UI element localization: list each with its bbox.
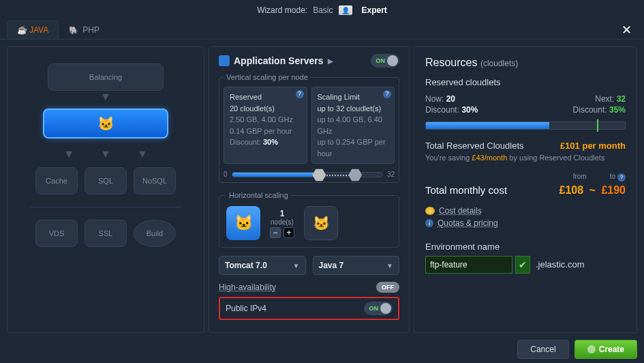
slider-max: 32 (387, 171, 395, 178)
environment-domain: .jelastic.com (536, 259, 585, 270)
slider-handle-reserved[interactable] (312, 169, 326, 182)
chevron-right-icon: ▶ (328, 57, 333, 65)
reserved-discount-label: Discount: (230, 138, 261, 146)
arrow-down-icon: ▼ (100, 148, 111, 160)
public-ipv4-row: Public IPv4 ON (219, 297, 399, 320)
reserved-cloudlets-bar (425, 121, 626, 130)
slot-nosql[interactable]: NoSQL (134, 167, 176, 194)
slider-min: 0 (224, 171, 228, 178)
tomcat-icon: 🐱 (234, 214, 253, 232)
cancel-button[interactable]: Cancel (517, 340, 568, 359)
quotas-pricing-link[interactable]: Quotas & pricing (438, 218, 498, 228)
discount-now-label: Discount: (425, 105, 459, 115)
wizard-mode-label: Wizard mode: (257, 5, 307, 15)
reserved-title: Reserved (230, 91, 301, 103)
arrow-down-icon: ▼ (137, 148, 148, 160)
now-value: 20 (446, 94, 455, 104)
help-icon[interactable]: ? (617, 173, 626, 182)
bar-mark-next (597, 119, 598, 132)
close-icon[interactable]: ✕ (616, 21, 637, 39)
public-ipv4-toggle[interactable]: ON (364, 302, 393, 315)
slider-fill (232, 173, 320, 177)
mode-expert[interactable]: Expert (362, 5, 387, 15)
node-icon-active: 🐱 (226, 206, 260, 240)
slider-handle-limit[interactable] (348, 169, 362, 182)
java-icon (17, 25, 25, 35)
create-button-label: Create (599, 345, 624, 354)
horizontal-scaling-legend: Horizontal scaling (226, 191, 291, 199)
discount-next-value: 35% (609, 105, 626, 115)
limit-cost: up to 0.254 GBP per hour (318, 136, 389, 159)
bar-fill-now (426, 122, 549, 129)
divider (31, 207, 181, 207)
node-decrement-button[interactable]: − (270, 227, 281, 238)
reserved-cloudlets-heading: Reserved cloudlets (425, 77, 626, 87)
total-reserved-label: Total Reserved Cloudlets (425, 141, 524, 151)
next-value: 32 (617, 94, 626, 104)
next-label: Next: (595, 94, 614, 104)
limit-spec: up to 4.00 GB, 6.40 GHz (318, 114, 389, 136)
slot-ssl-label: SSL (99, 229, 113, 237)
add-node-button[interactable]: 🐱 (304, 206, 338, 240)
tab-java[interactable]: JAVA (7, 20, 59, 39)
total-from-value: £108 (559, 184, 584, 196)
help-icon[interactable]: ? (383, 90, 391, 98)
environment-name-label: Environment name (425, 242, 626, 252)
tab-java-label: JAVA (29, 25, 48, 35)
toggle-on-label: ON (376, 57, 386, 64)
resources-subtitle: (cloudlets) (480, 59, 518, 68)
slot-vds[interactable]: VDS (35, 220, 78, 247)
range-tilde: ~ (589, 184, 596, 196)
create-button[interactable]: Create (574, 340, 637, 359)
ha-toggle[interactable]: OFF (376, 282, 399, 293)
arrow-down-icon: ▼ (100, 91, 111, 103)
php-icon (69, 25, 78, 35)
slot-balancing[interactable]: Balancing (48, 63, 164, 91)
env-name-valid-icon: ✔ (515, 256, 530, 274)
saving-note: You're saving £43/month by using Reserve… (425, 154, 626, 162)
saving-amount: £43/month (472, 154, 507, 162)
slot-cache[interactable]: Cache (35, 167, 78, 194)
total-reserved-value: £101 per month (560, 141, 626, 151)
app-servers-icon (219, 55, 230, 66)
reserved-card: ? Reserved 20 cloudlet(s) 2.50 GB, 4.00 … (224, 87, 307, 164)
total-monthly-label: Total monthly cost (425, 184, 507, 196)
now-label: Now: (425, 94, 444, 104)
chevron-down-icon: ▼ (386, 262, 393, 270)
app-servers-toggle[interactable]: ON (371, 54, 399, 68)
slot-ssl[interactable]: SSL (85, 220, 127, 247)
reserved-cost: 0.14 GBP per hour (230, 126, 301, 137)
node-count-label: node(s) (270, 218, 294, 226)
slot-build-label: Build (147, 229, 163, 237)
public-ipv4-label: Public IPv4 (226, 304, 266, 313)
limit-title: Scaling Limit (318, 91, 389, 103)
cost-details-link[interactable]: Cost details (439, 206, 482, 216)
tomcat-icon: 🐱 (97, 115, 114, 132)
chevron-down-icon: ▼ (293, 262, 300, 270)
server-dropdown[interactable]: Tomcat 7.0 ▼ (219, 256, 306, 275)
coins-icon (425, 207, 435, 215)
java-dropdown[interactable]: Java 7 ▼ (313, 256, 400, 275)
node-increment-button[interactable]: + (283, 227, 294, 238)
info-icon: i (425, 219, 433, 227)
reserved-spec: 2.50 GB, 4.00 GHz (230, 114, 301, 126)
toggle-knob (380, 303, 391, 314)
to-label: to (610, 173, 615, 180)
slot-sql[interactable]: SQL (85, 167, 127, 194)
high-availability-link[interactable]: High-availability (219, 282, 276, 292)
slot-cache-label: Cache (46, 177, 67, 185)
help-icon[interactable]: ? (296, 90, 304, 98)
environment-name-input[interactable] (425, 256, 512, 274)
cloudlet-slider[interactable] (232, 172, 383, 177)
tab-php[interactable]: PHP (59, 20, 110, 39)
create-icon (587, 345, 596, 353)
reserved-discount-val: 30% (263, 138, 278, 146)
mode-basic[interactable]: Basic (313, 5, 333, 15)
discount-now-value: 30% (461, 105, 478, 115)
app-servers-title: Application Servers (234, 55, 324, 66)
server-dropdown-value: Tomcat 7.0 (225, 261, 267, 270)
toggle-on-label: ON (369, 305, 379, 312)
expert-icon: 👤 (339, 5, 352, 15)
slot-app-server[interactable]: 🐱 (43, 108, 168, 139)
slot-build[interactable]: Build (134, 220, 176, 247)
